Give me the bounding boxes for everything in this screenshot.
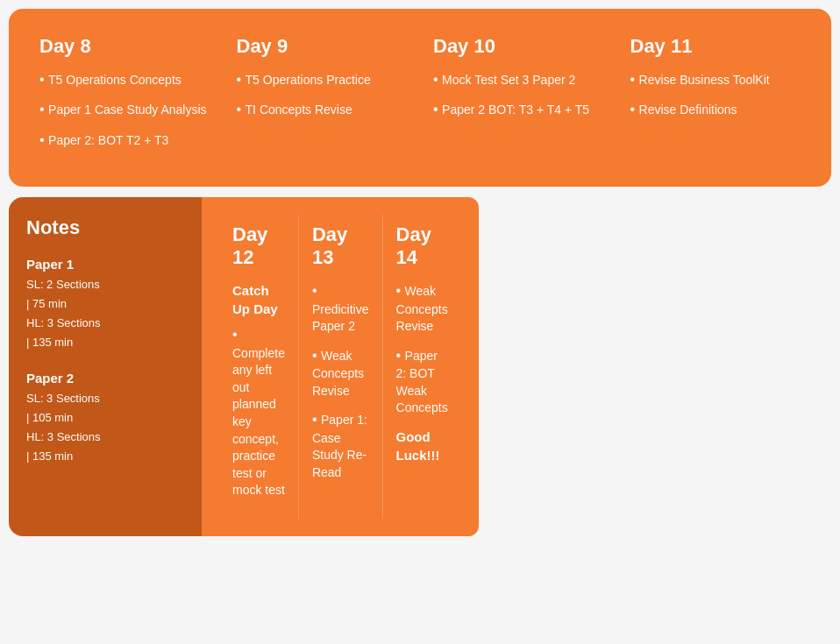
day9-card: Day 9 T5 Operations Practice TI Concepts… (224, 26, 421, 169)
day10-title: Day 10 (433, 35, 604, 58)
catch-up-label: Catch Up Day (232, 281, 285, 318)
bottom-days: Day 12 Catch Up Day Complete any left ou… (202, 197, 479, 536)
day11-card: Day 11 Revise Business ToolKit Revise De… (617, 26, 815, 169)
day10-item-0: Mock Test Set 3 Paper 2 (433, 70, 604, 89)
day14-item-1: Paper 2: BOT Weak Concepts (396, 346, 448, 417)
day10-card: Day 10 Mock Test Set 3 Paper 2 Paper 2 B… (420, 26, 617, 169)
day8-card: Day 8 T5 Operations Concepts Paper 1 Cas… (26, 26, 224, 169)
day11-title: Day 11 (630, 35, 801, 58)
day13-item-2: Paper 1: Case Study Re-Read (312, 410, 369, 481)
day8-title: Day 8 (39, 35, 210, 58)
day12-title: Day 12 (232, 223, 285, 269)
day13-item-1: Weak Concepts Revise (312, 346, 369, 400)
good-luck-label: Good Luck!!! (396, 428, 448, 464)
day8-item-2: Paper 2: BOT T2 + T3 (39, 131, 210, 150)
paper1-lines: SL: 2 Sections| 75 minHL: 3 Sections| 13… (26, 275, 184, 352)
day8-item-0: T5 Operations Concepts (39, 70, 210, 89)
day11-item-1: Revise Definitions (630, 100, 801, 119)
day13-title: Day 13 (312, 223, 369, 269)
paper2-lines: SL: 3 Sections| 105 minHL: 3 Sections| 1… (26, 389, 184, 466)
day13-item-0: Predicitive Paper 2 (312, 281, 369, 336)
day14-card: Day 14 Weak Concepts Revise Paper 2: BOT… (382, 215, 461, 519)
paper1-note: Paper 1 SL: 2 Sections| 75 minHL: 3 Sect… (26, 257, 184, 352)
notes-title: Notes (26, 216, 184, 239)
day12-item-0: Complete any left out planned key concep… (232, 325, 285, 499)
day12-card: Day 12 Catch Up Day Complete any left ou… (219, 215, 298, 519)
day14-title: Day 14 (396, 223, 448, 269)
day14-item-0: Weak Concepts Revise (396, 281, 448, 336)
paper1-heading: Paper 1 (26, 257, 184, 272)
notes-card: Notes Paper 1 SL: 2 Sections| 75 minHL: … (9, 197, 202, 536)
day11-item-0: Revise Business ToolKit (630, 70, 801, 89)
day10-item-1: Paper 2 BOT: T3 + T4 + T5 (433, 100, 604, 119)
day9-item-1: TI Concepts Revise (237, 100, 408, 119)
top-section: Day 8 T5 Operations Concepts Paper 1 Cas… (9, 9, 831, 187)
day13-card: Day 13 Predicitive Paper 2 Weak Concepts… (298, 215, 382, 519)
paper2-heading: Paper 2 (26, 371, 184, 386)
paper2-note: Paper 2 SL: 3 Sections| 105 minHL: 3 Sec… (26, 371, 184, 466)
day8-item-1: Paper 1 Case Study Analysis (39, 100, 210, 119)
bottom-section: Notes Paper 1 SL: 2 Sections| 75 minHL: … (9, 197, 831, 536)
day9-item-0: T5 Operations Practice (237, 70, 408, 89)
day9-title: Day 9 (237, 35, 408, 58)
